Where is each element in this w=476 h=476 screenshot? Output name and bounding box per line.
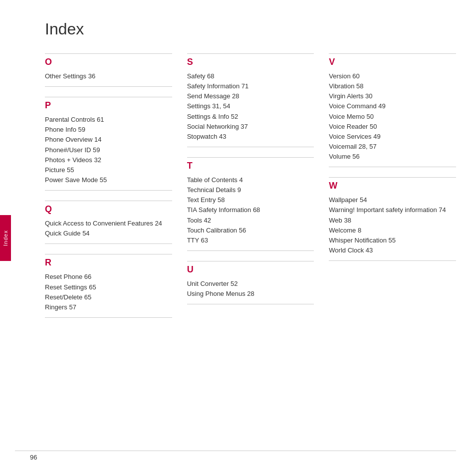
index-column-3: VVersion 60Vibration 58Virgin Alerts 30V… bbox=[329, 53, 456, 328]
list-item: Settings & Info 52 bbox=[187, 112, 314, 122]
page-number: 96 bbox=[30, 454, 37, 461]
list-item: Other Settings 36 bbox=[45, 71, 172, 81]
list-item: Phone Overview 14 bbox=[45, 135, 172, 145]
list-item: Settings 31, 54 bbox=[187, 101, 314, 111]
list-item: Version 60 bbox=[329, 71, 456, 81]
list-item: Phone Info 59 bbox=[45, 125, 172, 135]
section-P: PParental Controls 61Phone Info 59Phone … bbox=[45, 97, 172, 191]
section-W: WWallpaper 54Warning! Important safety i… bbox=[329, 177, 456, 261]
list-item: Quick Guide 54 bbox=[45, 229, 172, 238]
list-item: Stopwatch 43 bbox=[187, 132, 314, 142]
list-item: Quick Access to Convenient Features 24 bbox=[45, 219, 172, 229]
section-items-T: Table of Contents 4Technical Details 9Te… bbox=[187, 175, 314, 251]
section-V: VVersion 60Vibration 58Virgin Alerts 30V… bbox=[329, 53, 456, 167]
section-T: TTable of Contents 4Technical Details 9T… bbox=[187, 157, 314, 251]
list-item: Phone#/User ID 59 bbox=[45, 145, 172, 155]
list-item: TTY 63 bbox=[187, 236, 314, 245]
list-item: Using Phone Menus 28 bbox=[187, 289, 314, 299]
side-tab: Index bbox=[0, 215, 11, 261]
list-item: TIA Safety Information 68 bbox=[187, 205, 314, 215]
section-letter-P: P bbox=[45, 97, 172, 111]
section-items-O: Other Settings 36 bbox=[45, 71, 172, 87]
list-item: Voice Command 49 bbox=[329, 101, 456, 111]
page-container: Index Index OOther Settings 36PParental … bbox=[0, 0, 476, 476]
list-item: Web 38 bbox=[329, 216, 456, 226]
list-item: Virgin Alerts 30 bbox=[329, 91, 456, 101]
list-item: Picture 55 bbox=[45, 165, 172, 175]
section-Q: QQuick Access to Convenient Features 24Q… bbox=[45, 201, 172, 244]
list-item: Technical Details 9 bbox=[187, 185, 314, 195]
list-item: Voice Memo 50 bbox=[329, 112, 456, 122]
index-column-2: SSafety 68Safety Information 71Send Mess… bbox=[187, 53, 314, 328]
main-content: Index OOther Settings 36PParental Contro… bbox=[15, 0, 476, 476]
list-item: Voice Services 49 bbox=[329, 132, 456, 142]
list-item: Whisper Notification 55 bbox=[329, 236, 456, 245]
section-U: UUnit Converter 52Using Phone Menus 28 bbox=[187, 261, 314, 304]
section-O: OOther Settings 36 bbox=[45, 53, 172, 87]
section-letter-Q: Q bbox=[45, 201, 172, 215]
list-item: Unit Converter 52 bbox=[187, 279, 314, 289]
list-item: World Clock 43 bbox=[329, 245, 456, 255]
list-item: Volume 56 bbox=[329, 152, 456, 162]
section-items-Q: Quick Access to Convenient Features 24Qu… bbox=[45, 219, 172, 244]
list-item: Ringers 57 bbox=[45, 302, 172, 312]
list-item: Power Save Mode 55 bbox=[45, 175, 172, 185]
section-items-V: Version 60Vibration 58Virgin Alerts 30Vo… bbox=[329, 71, 456, 167]
list-item: Safety Information 71 bbox=[187, 81, 314, 91]
section-letter-S: S bbox=[187, 53, 314, 67]
list-item: Voicemail 28, 57 bbox=[329, 142, 456, 152]
index-column-1: OOther Settings 36PParental Controls 61P… bbox=[45, 53, 172, 328]
list-item: Send Message 28 bbox=[187, 91, 314, 101]
section-items-U: Unit Converter 52Using Phone Menus 28 bbox=[187, 279, 314, 304]
list-item: Vibration 58 bbox=[329, 81, 456, 91]
list-item: Welcome 8 bbox=[329, 226, 456, 236]
list-item: Voice Reader 50 bbox=[329, 122, 456, 132]
list-item: Reset/Delete 65 bbox=[45, 292, 172, 302]
side-tab-text: Index bbox=[2, 230, 8, 246]
list-item: Parental Controls 61 bbox=[45, 115, 172, 125]
list-item: Table of Contents 4 bbox=[187, 175, 314, 185]
section-letter-U: U bbox=[187, 261, 314, 275]
list-item: Touch Calibration 56 bbox=[187, 226, 314, 236]
list-item: Social Networking 37 bbox=[187, 122, 314, 132]
section-R: RReset Phone 66Reset Settings 65Reset/De… bbox=[45, 254, 172, 318]
list-item: Safety 68 bbox=[187, 71, 314, 81]
section-letter-O: O bbox=[45, 53, 172, 67]
bottom-divider bbox=[15, 451, 456, 451]
index-grid: OOther Settings 36PParental Controls 61P… bbox=[45, 53, 456, 328]
list-item: Reset Settings 65 bbox=[45, 282, 172, 292]
list-item: Reset Phone 66 bbox=[45, 272, 172, 282]
page-title: Index bbox=[45, 20, 456, 38]
section-letter-V: V bbox=[329, 53, 456, 67]
list-item: Tools 42 bbox=[187, 216, 314, 226]
list-item: Wallpaper 54 bbox=[329, 195, 456, 205]
section-letter-T: T bbox=[187, 157, 314, 171]
section-items-P: Parental Controls 61Phone Info 59Phone O… bbox=[45, 115, 172, 191]
list-item: Warning! Important safety information 74 bbox=[329, 205, 456, 215]
section-S: SSafety 68Safety Information 71Send Mess… bbox=[187, 53, 314, 147]
list-item: Text Entry 58 bbox=[187, 195, 314, 205]
section-items-R: Reset Phone 66Reset Settings 65Reset/Del… bbox=[45, 272, 172, 318]
list-item: Photos + Videos 32 bbox=[45, 155, 172, 165]
section-letter-R: R bbox=[45, 254, 172, 268]
section-items-W: Wallpaper 54Warning! Important safety in… bbox=[329, 195, 456, 261]
section-items-S: Safety 68Safety Information 71Send Messa… bbox=[187, 71, 314, 147]
section-letter-W: W bbox=[329, 177, 456, 191]
